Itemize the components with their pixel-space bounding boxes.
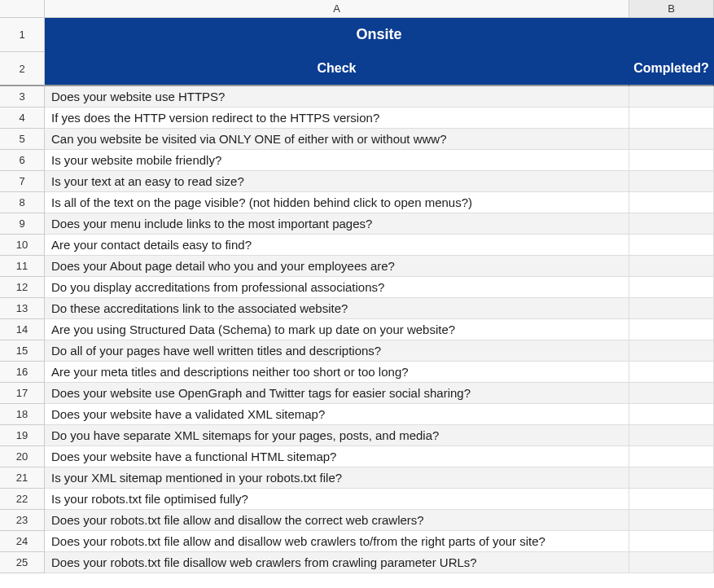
completed-cell[interactable]	[629, 235, 714, 256]
spreadsheet: A B 1 Onsite 2 Check Completed? 3Does yo…	[0, 0, 714, 573]
row-header[interactable]: 19	[0, 425, 45, 446]
check-cell[interactable]: Is your robots.txt file optimised fully?	[45, 489, 629, 510]
check-cell[interactable]: Do these accreditations link to the asso…	[45, 298, 629, 319]
column-title-check[interactable]: Check	[45, 52, 629, 86]
completed-cell[interactable]	[629, 383, 714, 404]
completed-cell[interactable]	[629, 171, 714, 192]
completed-cell[interactable]	[629, 489, 714, 510]
check-cell[interactable]: Can you website be visited via ONLY ONE …	[45, 129, 629, 150]
check-cell[interactable]: Does your robots.txt file allow and disa…	[45, 531, 629, 552]
row-header[interactable]: 3	[0, 86, 45, 108]
completed-cell[interactable]	[629, 319, 714, 340]
row-header[interactable]: 15	[0, 340, 45, 362]
select-all-corner[interactable]	[0, 0, 45, 18]
row-header[interactable]: 7	[0, 171, 45, 192]
check-cell[interactable]: Does your website use HTTPS?	[45, 86, 629, 108]
completed-cell[interactable]	[629, 552, 714, 573]
row-header[interactable]: 24	[0, 531, 45, 552]
row-header[interactable]: 18	[0, 404, 45, 425]
check-cell[interactable]: Does your website have a validated XML s…	[45, 404, 629, 425]
check-cell[interactable]: Are your contact details easy to find?	[45, 235, 629, 256]
check-cell[interactable]: Does your website use OpenGraph and Twit…	[45, 383, 629, 404]
completed-cell[interactable]	[629, 150, 714, 171]
check-cell[interactable]: Do all of your pages have well written t…	[45, 340, 629, 362]
column-title-completed[interactable]: Completed?	[629, 52, 714, 86]
completed-cell[interactable]	[629, 446, 714, 467]
completed-cell[interactable]	[629, 86, 714, 108]
check-cell[interactable]: Does your website have a functional HTML…	[45, 446, 629, 467]
check-cell[interactable]: Does your robots.txt file disallow web c…	[45, 552, 629, 573]
row-header[interactable]: 11	[0, 256, 45, 277]
check-cell[interactable]: Is all of the text on the page visible? …	[45, 192, 629, 213]
row-header[interactable]: 5	[0, 129, 45, 150]
check-cell[interactable]: Does your menu include links to the most…	[45, 213, 629, 235]
completed-cell[interactable]	[629, 362, 714, 383]
section-title[interactable]: Onsite	[45, 18, 714, 52]
row-header[interactable]: 17	[0, 383, 45, 404]
completed-cell[interactable]	[629, 340, 714, 362]
check-cell[interactable]: Do you have separate XML sitemaps for yo…	[45, 425, 629, 446]
row-header-1[interactable]: 1	[0, 18, 45, 52]
completed-cell[interactable]	[629, 425, 714, 446]
row-header[interactable]: 10	[0, 235, 45, 256]
row-header[interactable]: 23	[0, 510, 45, 531]
column-header-b[interactable]: B	[629, 0, 714, 18]
completed-cell[interactable]	[629, 467, 714, 489]
completed-cell[interactable]	[629, 108, 714, 129]
check-cell[interactable]: Does your About page detail who you and …	[45, 256, 629, 277]
completed-cell[interactable]	[629, 277, 714, 298]
completed-cell[interactable]	[629, 213, 714, 235]
column-header-a[interactable]: A	[45, 0, 629, 18]
completed-cell[interactable]	[629, 192, 714, 213]
check-cell[interactable]: If yes does the HTTP version redirect to…	[45, 108, 629, 129]
completed-cell[interactable]	[629, 531, 714, 552]
row-header[interactable]: 16	[0, 362, 45, 383]
row-header[interactable]: 6	[0, 150, 45, 171]
completed-cell[interactable]	[629, 404, 714, 425]
check-cell[interactable]: Are your meta titles and descriptions ne…	[45, 362, 629, 383]
row-header-2[interactable]: 2	[0, 52, 45, 86]
row-header[interactable]: 12	[0, 277, 45, 298]
row-header[interactable]: 25	[0, 552, 45, 573]
completed-cell[interactable]	[629, 129, 714, 150]
completed-cell[interactable]	[629, 510, 714, 531]
row-header[interactable]: 4	[0, 108, 45, 129]
row-header[interactable]: 14	[0, 319, 45, 340]
check-cell[interactable]: Does your robots.txt file allow and disa…	[45, 510, 629, 531]
check-cell[interactable]: Are you using Structured Data (Schema) t…	[45, 319, 629, 340]
row-header[interactable]: 9	[0, 213, 45, 235]
row-header[interactable]: 8	[0, 192, 45, 213]
row-header[interactable]: 22	[0, 489, 45, 510]
check-cell[interactable]: Is your website mobile friendly?	[45, 150, 629, 171]
row-header[interactable]: 13	[0, 298, 45, 319]
row-header[interactable]: 20	[0, 446, 45, 467]
check-cell[interactable]: Is your XML sitemap mentioned in your ro…	[45, 467, 629, 489]
check-cell[interactable]: Is your text at an easy to read size?	[45, 171, 629, 192]
row-header[interactable]: 21	[0, 467, 45, 489]
completed-cell[interactable]	[629, 298, 714, 319]
completed-cell[interactable]	[629, 256, 714, 277]
check-cell[interactable]: Do you display accreditations from profe…	[45, 277, 629, 298]
